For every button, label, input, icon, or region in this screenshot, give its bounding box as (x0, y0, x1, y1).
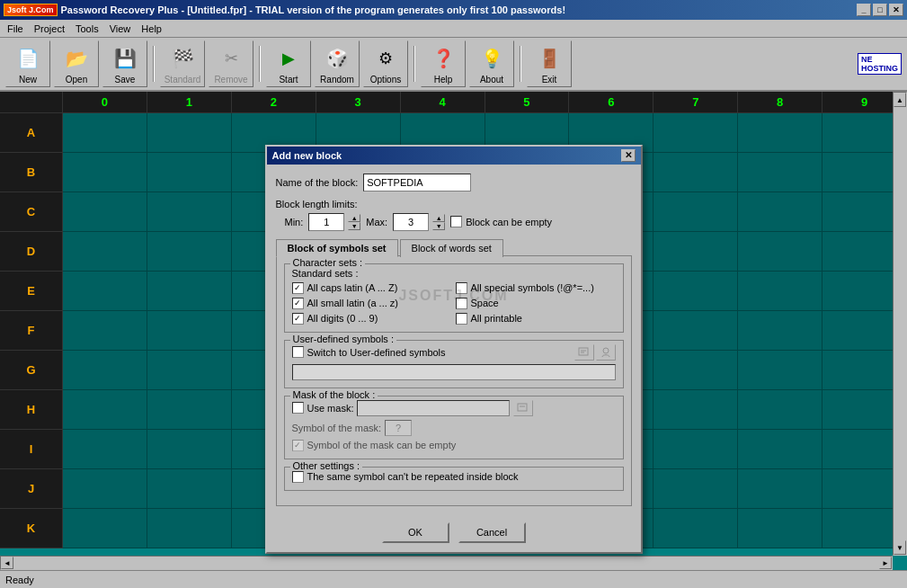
close-button[interactable]: ✕ (889, 4, 903, 16)
cell-j0[interactable] (63, 469, 147, 509)
symbol-empty-checkbox[interactable] (292, 440, 304, 451)
user-defined-edit-button-2[interactable] (596, 344, 616, 361)
vertical-scrollbar[interactable]: ▲ ▼ (893, 92, 907, 556)
cell-g0[interactable] (63, 351, 147, 390)
cell-k0[interactable] (63, 509, 147, 548)
block-name-input[interactable] (363, 174, 471, 192)
tab-symbols[interactable]: Block of symbols set (276, 239, 398, 257)
scroll-down-button[interactable]: ▼ (894, 540, 906, 555)
cell-i7[interactable] (654, 430, 738, 469)
cell-d1[interactable] (147, 232, 232, 272)
cell-a7[interactable] (654, 113, 738, 153)
cell-e0[interactable] (63, 272, 147, 311)
cell-e1[interactable] (147, 272, 232, 311)
cell-c8[interactable] (738, 192, 823, 232)
save-button[interactable]: Save (102, 40, 147, 87)
new-button[interactable]: New (5, 40, 50, 87)
cell-f1[interactable] (147, 311, 232, 351)
cell-j7[interactable] (654, 469, 738, 509)
cell-b7[interactable] (654, 153, 738, 192)
exit-button[interactable]: Exit (527, 40, 572, 87)
scroll-up-button[interactable]: ▲ (894, 93, 906, 107)
scroll-left-button[interactable]: ◄ (1, 557, 13, 569)
cell-g1[interactable] (147, 351, 232, 390)
cell-j1[interactable] (147, 469, 232, 509)
cell-i8[interactable] (738, 430, 823, 469)
start-button[interactable]: Start (266, 40, 311, 87)
cell-e7[interactable] (654, 272, 738, 311)
cell-d7[interactable] (654, 232, 738, 272)
grid-col-2: 2 (232, 92, 316, 112)
about-button[interactable]: About (469, 40, 514, 87)
user-defined-checkbox[interactable] (292, 346, 304, 358)
mask-symbol-input[interactable] (385, 420, 412, 436)
cell-k1[interactable] (147, 509, 232, 548)
space-checkbox[interactable] (456, 298, 467, 309)
horizontal-scrollbar[interactable]: ◄ ► (0, 556, 893, 570)
min-down-button[interactable]: ▼ (348, 222, 360, 230)
cell-h7[interactable] (654, 390, 738, 430)
small-checkbox[interactable] (292, 298, 304, 309)
cell-f8[interactable] (738, 311, 823, 351)
cell-g8[interactable] (738, 351, 823, 390)
standard-button[interactable]: Standard (160, 40, 205, 87)
max-down-button[interactable]: ▼ (432, 222, 445, 230)
cell-a1[interactable] (147, 113, 232, 153)
cell-j8[interactable] (738, 469, 823, 509)
mask-edit-button[interactable] (513, 400, 533, 416)
cell-c7[interactable] (654, 192, 738, 232)
cell-k7[interactable] (654, 509, 738, 548)
min-up-button[interactable]: ▲ (348, 214, 360, 222)
cell-b8[interactable] (738, 153, 823, 192)
menu-help[interactable]: Help (136, 22, 167, 36)
special-checkbox[interactable] (456, 282, 467, 294)
mask-input[interactable] (357, 400, 510, 416)
cancel-button[interactable]: Cancel (458, 522, 526, 543)
cell-a8[interactable] (738, 113, 823, 153)
menu-file[interactable]: File (2, 22, 29, 36)
min-input[interactable] (308, 213, 344, 231)
cell-i1[interactable] (147, 430, 232, 469)
tab-words[interactable]: Block of words set (400, 239, 503, 257)
menu-view[interactable]: View (104, 22, 137, 36)
menu-tools[interactable]: Tools (70, 22, 104, 36)
max-input[interactable] (393, 213, 429, 231)
maximize-button[interactable]: □ (873, 4, 887, 16)
title-bar-controls[interactable]: _ □ ✕ (857, 4, 903, 16)
cell-k8[interactable] (738, 509, 823, 548)
scroll-right-button[interactable]: ► (879, 557, 892, 569)
cell-i0[interactable] (63, 430, 147, 469)
repeat-checkbox[interactable] (292, 471, 304, 483)
block-empty-checkbox[interactable] (450, 216, 462, 227)
ok-button[interactable]: OK (382, 522, 449, 543)
cell-f0[interactable] (63, 311, 147, 351)
cell-b0[interactable] (63, 153, 147, 192)
caps-checkbox[interactable] (292, 282, 304, 294)
user-defined-input[interactable] (292, 364, 616, 380)
user-defined-edit-button-1[interactable] (574, 344, 594, 361)
minimize-button[interactable]: _ (857, 4, 871, 16)
cell-f7[interactable] (654, 311, 738, 351)
cell-h8[interactable] (738, 390, 823, 430)
remove-button[interactable]: Remove (209, 40, 253, 87)
random-button[interactable]: Random (315, 40, 360, 87)
help-button[interactable]: Help (421, 40, 466, 87)
open-button[interactable]: Open (54, 40, 99, 87)
cell-d0[interactable] (63, 232, 147, 272)
cell-a0[interactable] (63, 113, 147, 153)
printable-checkbox[interactable] (456, 313, 467, 325)
menu-project[interactable]: Project (29, 22, 70, 36)
use-mask-checkbox[interactable] (292, 402, 304, 414)
cell-d8[interactable] (738, 232, 823, 272)
digits-checkbox[interactable] (292, 313, 304, 325)
options-button[interactable]: Options (363, 40, 408, 87)
cell-h0[interactable] (63, 390, 147, 430)
max-up-button[interactable]: ▲ (432, 214, 445, 222)
modal-close-button[interactable]: ✕ (621, 149, 636, 162)
cell-g7[interactable] (654, 351, 738, 390)
cell-c0[interactable] (63, 192, 147, 232)
cell-b1[interactable] (147, 153, 232, 192)
cell-c1[interactable] (147, 192, 232, 232)
cell-h1[interactable] (147, 390, 232, 430)
cell-e8[interactable] (738, 272, 823, 311)
